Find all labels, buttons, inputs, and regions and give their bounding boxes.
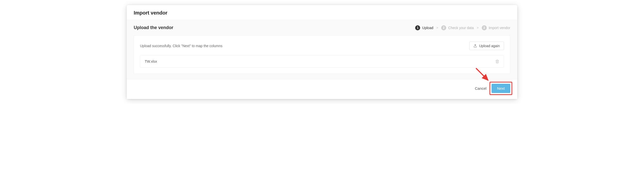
modal-title: Import vendor xyxy=(134,10,510,16)
section-title: Upload the vendor xyxy=(134,25,173,30)
step-label-check: Check your data xyxy=(448,26,474,30)
step-number-2: 2 xyxy=(441,25,446,30)
upload-success-message: Upload successfully. Click "Next" to map… xyxy=(140,44,222,48)
upload-top-row: Upload successfully. Click "Next" to map… xyxy=(140,42,504,50)
step-check-data: 2 Check your data xyxy=(441,25,474,30)
step-label-import: Import vendor xyxy=(489,26,510,30)
uploaded-file-row: TW.xlsx xyxy=(140,55,504,68)
step-import-vendor: 3 Import vendor xyxy=(482,25,510,30)
step-separator: > xyxy=(436,26,438,30)
step-number-1: 1 xyxy=(415,25,420,30)
import-vendor-modal: Import vendor Upload the vendor 1 Upload… xyxy=(127,5,517,99)
step-number-3: 3 xyxy=(482,25,487,30)
step-upload: 1 Upload xyxy=(415,25,433,30)
upload-again-button[interactable]: Upload again xyxy=(469,42,504,50)
modal-header: Import vendor xyxy=(127,5,517,20)
step-separator: > xyxy=(477,26,479,30)
cancel-button[interactable]: Cancel xyxy=(474,84,488,93)
next-button[interactable]: Next xyxy=(492,84,510,93)
step-label-upload: Upload xyxy=(422,26,433,30)
upload-card: Upload successfully. Click "Next" to map… xyxy=(134,35,510,74)
modal-body: Upload the vendor 1 Upload > 2 Check you… xyxy=(127,20,517,79)
upload-again-label: Upload again xyxy=(479,44,500,48)
uploaded-file-name: TW.xlsx xyxy=(145,59,157,63)
upload-icon xyxy=(473,44,477,48)
stepper: 1 Upload > 2 Check your data > 3 Import … xyxy=(415,25,510,30)
trash-icon[interactable] xyxy=(495,59,499,63)
section-header: Upload the vendor 1 Upload > 2 Check you… xyxy=(134,25,510,30)
modal-footer: Cancel Next xyxy=(127,79,517,99)
